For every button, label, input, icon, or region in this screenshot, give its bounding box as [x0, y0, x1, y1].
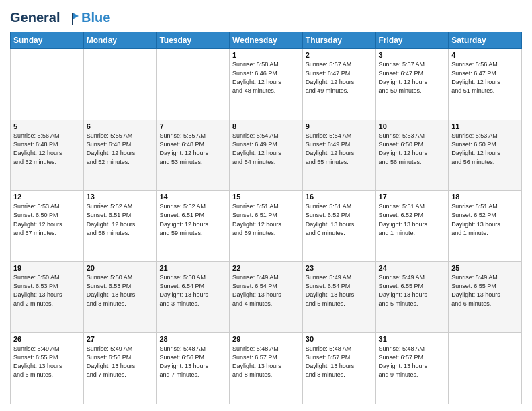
calendar-cell: 11Sunrise: 5:53 AM Sunset: 6:50 PM Dayli… [449, 120, 522, 191]
calendar-cell [157, 48, 230, 120]
day-number: 17 [379, 193, 446, 201]
day-number: 24 [379, 264, 446, 272]
day-number: 15 [232, 193, 300, 201]
day-info: Sunrise: 5:48 AM Sunset: 6:57 PM Dayligh… [379, 345, 446, 379]
calendar-cell: 30Sunrise: 5:48 AM Sunset: 6:57 PM Dayli… [302, 333, 375, 404]
day-info: Sunrise: 5:55 AM Sunset: 6:48 PM Dayligh… [159, 132, 226, 167]
page: General Blue SundayMondayTuesdayWednesda… [0, 0, 532, 411]
calendar-cell: 13Sunrise: 5:52 AM Sunset: 6:51 PM Dayli… [83, 191, 157, 262]
day-info: Sunrise: 5:51 AM Sunset: 6:52 PM Dayligh… [451, 202, 519, 237]
day-number: 26 [13, 335, 81, 343]
day-number: 13 [87, 193, 154, 201]
weekday-header-monday: Monday [83, 32, 157, 48]
day-info: Sunrise: 5:57 AM Sunset: 6:47 PM Dayligh… [306, 60, 373, 95]
day-number: 5 [13, 122, 81, 130]
calendar-cell: 2Sunrise: 5:57 AM Sunset: 6:47 PM Daylig… [302, 48, 375, 120]
day-info: Sunrise: 5:50 AM Sunset: 6:53 PM Dayligh… [87, 273, 154, 308]
day-number: 2 [306, 51, 373, 59]
calendar-cell: 29Sunrise: 5:48 AM Sunset: 6:57 PM Dayli… [230, 333, 303, 404]
weekday-header-thursday: Thursday [302, 32, 375, 48]
day-number: 10 [379, 122, 446, 130]
calendar-cell: 16Sunrise: 5:51 AM Sunset: 6:52 PM Dayli… [302, 191, 375, 262]
calendar-cell: 7Sunrise: 5:55 AM Sunset: 6:48 PM Daylig… [157, 120, 230, 191]
day-number: 25 [451, 264, 519, 272]
day-info: Sunrise: 5:51 AM Sunset: 6:51 PM Dayligh… [232, 202, 300, 237]
header: General Blue [10, 10, 522, 26]
day-info: Sunrise: 5:53 AM Sunset: 6:50 PM Dayligh… [379, 132, 446, 167]
calendar-cell: 19Sunrise: 5:50 AM Sunset: 6:53 PM Dayli… [11, 262, 84, 333]
logo: General Blue [10, 10, 110, 26]
weekday-header-wednesday: Wednesday [230, 32, 303, 48]
day-info: Sunrise: 5:55 AM Sunset: 6:48 PM Dayligh… [87, 132, 154, 167]
day-info: Sunrise: 5:51 AM Sunset: 6:52 PM Dayligh… [379, 202, 446, 237]
svg-marker-0 [73, 13, 79, 19]
calendar-cell: 10Sunrise: 5:53 AM Sunset: 6:50 PM Dayli… [375, 120, 449, 191]
calendar-cell: 18Sunrise: 5:51 AM Sunset: 6:52 PM Dayli… [449, 191, 522, 262]
weekday-header-saturday: Saturday [449, 32, 522, 48]
day-number: 21 [159, 264, 226, 272]
calendar-cell: 31Sunrise: 5:48 AM Sunset: 6:57 PM Dayli… [375, 333, 449, 404]
day-number: 1 [232, 51, 300, 59]
weekday-header-friday: Friday [375, 32, 449, 48]
day-info: Sunrise: 5:54 AM Sunset: 6:49 PM Dayligh… [306, 132, 373, 167]
day-info: Sunrise: 5:57 AM Sunset: 6:47 PM Dayligh… [379, 60, 446, 95]
weekday-header-sunday: Sunday [11, 32, 84, 48]
calendar-cell [11, 48, 84, 120]
day-number: 19 [13, 264, 81, 272]
day-info: Sunrise: 5:49 AM Sunset: 6:55 PM Dayligh… [451, 273, 519, 308]
day-number: 20 [87, 264, 154, 272]
week-row-0: 1Sunrise: 5:58 AM Sunset: 6:46 PM Daylig… [11, 48, 522, 120]
calendar-cell: 8Sunrise: 5:54 AM Sunset: 6:49 PM Daylig… [230, 120, 303, 191]
day-info: Sunrise: 5:56 AM Sunset: 6:48 PM Dayligh… [13, 132, 81, 167]
day-number: 31 [379, 335, 446, 343]
week-row-4: 26Sunrise: 5:49 AM Sunset: 6:55 PM Dayli… [11, 333, 522, 404]
calendar-cell [449, 333, 522, 404]
calendar-cell: 21Sunrise: 5:50 AM Sunset: 6:54 PM Dayli… [157, 262, 230, 333]
logo-general: General [10, 10, 60, 25]
calendar-cell: 28Sunrise: 5:48 AM Sunset: 6:56 PM Dayli… [157, 333, 230, 404]
calendar-cell: 24Sunrise: 5:49 AM Sunset: 6:55 PM Dayli… [375, 262, 449, 333]
logo-blue: Blue [81, 10, 110, 26]
day-info: Sunrise: 5:50 AM Sunset: 6:53 PM Dayligh… [13, 273, 81, 308]
day-number: 23 [306, 264, 373, 272]
day-info: Sunrise: 5:49 AM Sunset: 6:55 PM Dayligh… [13, 345, 81, 379]
day-number: 28 [159, 335, 226, 343]
calendar-cell: 20Sunrise: 5:50 AM Sunset: 6:53 PM Dayli… [83, 262, 157, 333]
calendar-cell: 3Sunrise: 5:57 AM Sunset: 6:47 PM Daylig… [375, 48, 449, 120]
calendar-cell: 5Sunrise: 5:56 AM Sunset: 6:48 PM Daylig… [11, 120, 84, 191]
day-info: Sunrise: 5:48 AM Sunset: 6:56 PM Dayligh… [159, 345, 226, 379]
day-info: Sunrise: 5:48 AM Sunset: 6:57 PM Dayligh… [232, 345, 300, 379]
week-row-3: 19Sunrise: 5:50 AM Sunset: 6:53 PM Dayli… [11, 262, 522, 333]
calendar-cell [83, 48, 157, 120]
day-info: Sunrise: 5:49 AM Sunset: 6:55 PM Dayligh… [379, 273, 446, 308]
calendar-cell: 15Sunrise: 5:51 AM Sunset: 6:51 PM Dayli… [230, 191, 303, 262]
day-info: Sunrise: 5:52 AM Sunset: 6:51 PM Dayligh… [159, 202, 226, 237]
day-info: Sunrise: 5:50 AM Sunset: 6:54 PM Dayligh… [159, 273, 226, 308]
calendar-cell: 17Sunrise: 5:51 AM Sunset: 6:52 PM Dayli… [375, 191, 449, 262]
calendar-cell: 14Sunrise: 5:52 AM Sunset: 6:51 PM Dayli… [157, 191, 230, 262]
calendar-cell: 23Sunrise: 5:49 AM Sunset: 6:54 PM Dayli… [302, 262, 375, 333]
calendar-table: SundayMondayTuesdayWednesdayThursdayFrid… [10, 32, 522, 404]
day-number: 6 [87, 122, 154, 130]
calendar-cell: 27Sunrise: 5:49 AM Sunset: 6:56 PM Dayli… [83, 333, 157, 404]
day-number: 4 [451, 51, 519, 59]
calendar-cell: 12Sunrise: 5:53 AM Sunset: 6:50 PM Dayli… [11, 191, 84, 262]
day-info: Sunrise: 5:48 AM Sunset: 6:57 PM Dayligh… [306, 345, 373, 379]
weekday-header-row: SundayMondayTuesdayWednesdayThursdayFrid… [11, 32, 522, 48]
day-number: 22 [232, 264, 300, 272]
calendar-cell: 4Sunrise: 5:56 AM Sunset: 6:47 PM Daylig… [449, 48, 522, 120]
day-number: 14 [159, 193, 226, 201]
day-number: 29 [232, 335, 300, 343]
day-number: 8 [232, 122, 300, 130]
day-info: Sunrise: 5:53 AM Sunset: 6:50 PM Dayligh… [451, 132, 519, 167]
day-number: 12 [13, 193, 81, 201]
calendar-cell: 22Sunrise: 5:49 AM Sunset: 6:54 PM Dayli… [230, 262, 303, 333]
week-row-2: 12Sunrise: 5:53 AM Sunset: 6:50 PM Dayli… [11, 191, 522, 262]
day-info: Sunrise: 5:56 AM Sunset: 6:47 PM Dayligh… [451, 60, 519, 95]
day-info: Sunrise: 5:49 AM Sunset: 6:54 PM Dayligh… [232, 273, 300, 308]
calendar-cell: 9Sunrise: 5:54 AM Sunset: 6:49 PM Daylig… [302, 120, 375, 191]
calendar-cell: 1Sunrise: 5:58 AM Sunset: 6:46 PM Daylig… [230, 48, 303, 120]
calendar-cell: 6Sunrise: 5:55 AM Sunset: 6:48 PM Daylig… [83, 120, 157, 191]
day-info: Sunrise: 5:52 AM Sunset: 6:51 PM Dayligh… [87, 202, 154, 237]
day-info: Sunrise: 5:49 AM Sunset: 6:54 PM Dayligh… [306, 273, 373, 308]
